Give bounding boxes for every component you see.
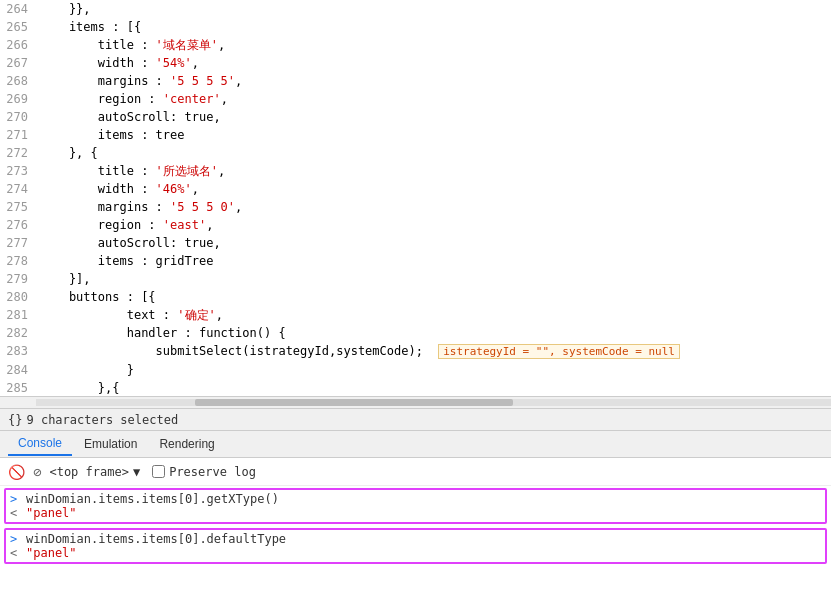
code-line-283: 283 submitSelect(istrategyId,systemCode)… (0, 342, 831, 361)
code-line-266: 266 title : '域名菜单', (0, 36, 831, 54)
console-result-value-1: "panel" (26, 506, 77, 520)
code-line-282: 282 handler : function() { (0, 324, 831, 342)
tab-console[interactable]: Console (8, 432, 72, 456)
frame-label: <top frame> (49, 465, 128, 479)
preserve-log-checkbox[interactable] (152, 465, 165, 478)
code-line-279: 279 }], (0, 270, 831, 288)
curly-brace-icon: {} (8, 413, 22, 427)
tab-rendering[interactable]: Rendering (149, 433, 224, 455)
console-result-arrow-2: < (10, 546, 20, 560)
console-result-arrow-1: < (10, 506, 20, 520)
horizontal-scrollbar[interactable] (0, 396, 831, 408)
console-result-value-2: "panel" (26, 546, 77, 560)
code-line-264: 264 }}, (0, 0, 831, 18)
code-line-268: 268 margins : '5 5 5 5', (0, 72, 831, 90)
console-input-text-2: winDomian.items.items[0].defaultType (26, 532, 286, 546)
console-input-arrow-1: > (10, 492, 20, 506)
code-line-273: 273 title : '所选域名', (0, 162, 831, 180)
devtools-tab-bar: Console Emulation Rendering (0, 430, 831, 458)
code-line-285: 285 },{ (0, 379, 831, 396)
console-prompt-2: > winDomian.items.items[0].defaultType (10, 532, 821, 546)
clear-console-icon[interactable]: 🚫 (8, 464, 25, 480)
code-line-274: 274 width : '46%', (0, 180, 831, 198)
console-result-2: < "panel" (10, 546, 821, 560)
preserve-log-option: Preserve log (152, 465, 256, 479)
code-line-277: 277 autoScroll: true, (0, 234, 831, 252)
code-line-265: 265 items : [{ (0, 18, 831, 36)
code-line-270: 270 autoScroll: true, (0, 108, 831, 126)
code-editor: 264 }}, 265 items : [{ 266 title : '域名菜单… (0, 0, 831, 408)
console-result-1: < "panel" (10, 506, 821, 520)
code-line-281: 281 text : '确定', (0, 306, 831, 324)
status-bar: {} 9 characters selected (0, 408, 831, 430)
console-entry-2: > winDomian.items.items[0].defaultType <… (4, 528, 827, 564)
console-input-text-1: winDomian.items.items[0].getXType() (26, 492, 279, 506)
console-entries: > winDomian.items.items[0].getXType() < … (0, 486, 831, 608)
filter-icon[interactable]: ⊘ (33, 464, 41, 480)
console-entry-1: > winDomian.items.items[0].getXType() < … (4, 488, 827, 524)
selection-status: 9 characters selected (26, 413, 178, 427)
console-input-arrow-2: > (10, 532, 20, 546)
preserve-log-label: Preserve log (169, 465, 256, 479)
console-toolbar: 🚫 ⊘ <top frame> ▼ Preserve log (0, 458, 831, 486)
frame-selector: <top frame> ▼ (49, 465, 140, 479)
tab-emulation[interactable]: Emulation (74, 433, 147, 455)
code-line-269: 269 region : 'center', (0, 90, 831, 108)
code-line-271: 271 items : tree (0, 126, 831, 144)
tooltip-283: istrategyId = "", systemCode = null (438, 344, 680, 359)
code-lines: 264 }}, 265 items : [{ 266 title : '域名菜单… (0, 0, 831, 396)
code-line-272: 272 }, { (0, 144, 831, 162)
dropdown-arrow-icon[interactable]: ▼ (133, 465, 140, 479)
code-line-275: 275 margins : '5 5 5 0', (0, 198, 831, 216)
code-line-278: 278 items : gridTree (0, 252, 831, 270)
code-line-267: 267 width : '54%', (0, 54, 831, 72)
console-prompt-1: > winDomian.items.items[0].getXType() (10, 492, 821, 506)
code-line-284: 284 } (0, 361, 831, 379)
console-panel: 🚫 ⊘ <top frame> ▼ Preserve log > winDomi… (0, 458, 831, 608)
code-line-280: 280 buttons : [{ (0, 288, 831, 306)
code-line-276: 276 region : 'east', (0, 216, 831, 234)
